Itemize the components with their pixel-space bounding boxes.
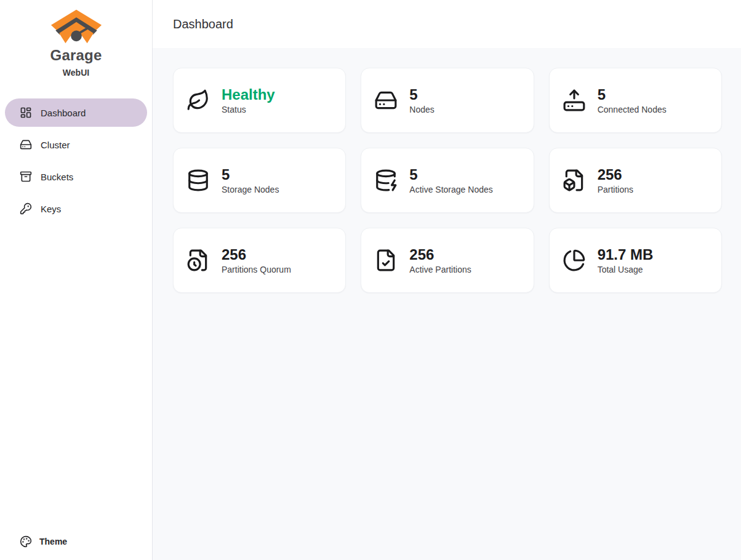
brand: Garage WebUI: [0, 0, 152, 78]
stat-card-partitions: 256 Partitions: [549, 148, 722, 213]
stat-label: Partitions: [598, 185, 633, 194]
stat-card-status: Healthy Status: [173, 68, 346, 133]
stat-value: 5: [222, 166, 279, 183]
garage-logo-icon: [49, 7, 103, 46]
sidebar-item-dashboard[interactable]: Dashboard: [5, 98, 147, 127]
stat-label: Active Partitions: [409, 265, 471, 274]
layout-dashboard-icon: [20, 106, 32, 119]
key-icon: [20, 202, 32, 215]
stat-value: 256: [222, 246, 291, 263]
database-icon: [186, 169, 210, 192]
stat-label: Partitions Quorum: [222, 265, 291, 274]
archive-box-icon: [20, 170, 32, 183]
stat-card-nodes: 5 Nodes: [361, 68, 534, 133]
stat-value: 256: [409, 246, 471, 263]
file-box-icon: [562, 169, 587, 192]
pie-chart-icon: [562, 249, 587, 272]
stat-card-partitions-quorum: 256 Partitions Quorum: [173, 228, 346, 293]
theme-label: Theme: [39, 537, 67, 546]
hard-drive-upload-icon: [562, 89, 587, 112]
stat-value: Healthy: [222, 86, 275, 103]
stat-card-storage-nodes: 5 Storage Nodes: [173, 148, 346, 213]
sidebar-nav: Dashboard Cluster Buckets Keys: [0, 98, 152, 223]
brand-subtitle: WebUI: [63, 68, 89, 78]
stat-label: Total Usage: [598, 265, 654, 274]
stat-value: 5: [409, 86, 434, 103]
stat-value: 91.7 MB: [598, 246, 654, 263]
page-title: Dashboard: [173, 17, 233, 31]
sidebar-item-keys[interactable]: Keys: [5, 194, 147, 223]
stat-card-connected-nodes: 5 Connected Nodes: [549, 68, 722, 133]
stat-card-total-usage: 91.7 MB Total Usage: [549, 228, 722, 293]
stat-value: 256: [598, 166, 633, 183]
sidebar-footer: Theme: [0, 535, 152, 560]
sidebar-item-label: Keys: [41, 204, 61, 214]
sidebar-item-label: Dashboard: [41, 108, 86, 118]
file-clock-icon: [186, 249, 210, 272]
stat-value: 5: [409, 166, 492, 183]
main-area: Dashboard Healthy Status 5 Nodes: [153, 0, 741, 560]
palette-icon: [20, 535, 32, 548]
sidebar-item-buckets[interactable]: Buckets: [5, 162, 147, 191]
stat-card-active-storage-nodes: 5 Active Storage Nodes: [361, 148, 534, 213]
theme-button[interactable]: Theme: [20, 535, 152, 548]
leaf-icon: [186, 89, 210, 112]
stat-label: Status: [222, 105, 275, 114]
brand-name: Garage: [50, 47, 102, 64]
stat-label: Storage Nodes: [222, 185, 279, 194]
stats-grid: Healthy Status 5 Nodes 5 C: [173, 68, 722, 293]
stat-card-active-partitions: 256 Active Partitions: [361, 228, 534, 293]
hard-drive-icon: [20, 138, 32, 151]
sidebar-item-cluster[interactable]: Cluster: [5, 130, 147, 159]
file-check-icon: [374, 249, 398, 272]
database-zap-icon: [374, 169, 398, 192]
stat-label: Nodes: [409, 105, 434, 114]
sidebar-item-label: Cluster: [41, 140, 70, 150]
stat-label: Active Storage Nodes: [409, 185, 492, 194]
sidebar-item-label: Buckets: [41, 172, 73, 182]
hard-drive-icon: [374, 89, 398, 112]
topbar: Dashboard: [153, 0, 741, 48]
sidebar: Garage WebUI Dashboard Cluster Buckets: [0, 0, 153, 560]
stat-value: 5: [598, 86, 667, 103]
stat-label: Connected Nodes: [598, 105, 667, 114]
dashboard-content: Healthy Status 5 Nodes 5 C: [153, 48, 741, 313]
